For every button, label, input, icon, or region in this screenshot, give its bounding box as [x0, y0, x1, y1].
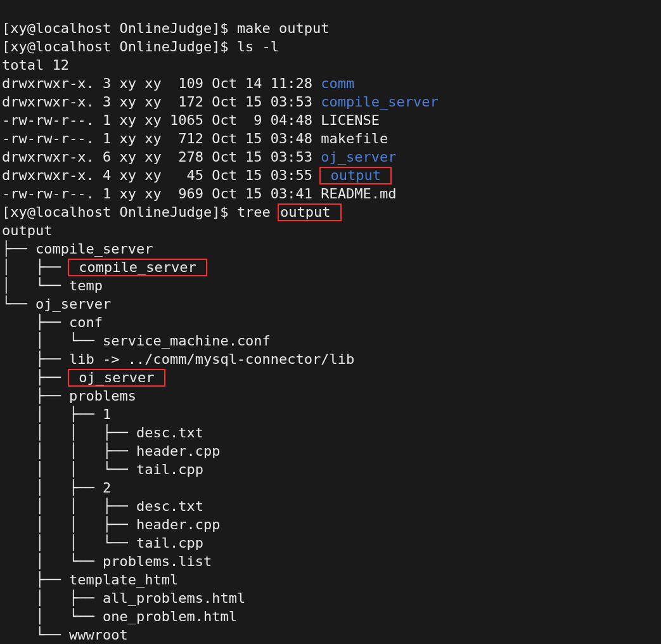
ls-total: total 12 — [2, 57, 69, 73]
tree-line: ├── — [2, 388, 69, 404]
tree-line: │ │ ├── — [2, 443, 136, 459]
tree-oj-server-bin: oj_server — [68, 369, 165, 387]
prompt-2: [xy@localhost OnlineJudge]$ — [2, 39, 237, 55]
tree-line: │ └── — [2, 553, 103, 569]
prompt-1: [xy@localhost OnlineJudge]$ — [2, 20, 237, 36]
tree-problem-1: 1 — [103, 406, 111, 422]
tree-line: │ │ ├── — [2, 498, 136, 514]
tree-conf: conf — [69, 314, 103, 330]
tree-wwwroot: wwwroot — [69, 627, 128, 643]
tree-line: │ └── — [2, 609, 103, 624]
tree-line: │ │ ├── — [2, 425, 136, 441]
tree-p1-tail: tail.cpp — [136, 461, 203, 477]
ls-name-comm: comm — [321, 75, 354, 91]
ls-name-compile-server: compile_server — [321, 94, 438, 110]
ls-name-readme: README.md — [321, 186, 396, 202]
tree-line: └── — [2, 627, 69, 643]
tree-line: │ │ ├── — [2, 517, 136, 532]
tree-line: │ │ └── — [2, 461, 136, 477]
tree-all-problems-html: all_problems.html — [103, 590, 245, 606]
tree-line: ├── — [2, 241, 35, 257]
tree-line: │ └── — [2, 278, 69, 293]
tree-line: │ └── — [2, 333, 103, 349]
tree-p2-tail: tail.cpp — [136, 535, 203, 551]
tree-line: │ ├── — [2, 406, 103, 422]
tree-compile-server-bin: compile_server — [68, 259, 207, 276]
tree-service-machine-conf: service_machine.conf — [103, 333, 271, 349]
tree-line: │ ├── — [2, 590, 103, 606]
tree-lib-symlink: lib -> ../comm/mysql-connector/lib — [69, 351, 354, 367]
ls-name-output: output — [319, 167, 392, 184]
tree-line: ├── — [2, 314, 69, 330]
ls-name-oj-server: oj_server — [321, 149, 396, 165]
tree-template-html: template_html — [69, 572, 178, 588]
ls-name-makefile: makefile — [321, 131, 388, 146]
ls-row: -rw-rw-r--. — [2, 131, 94, 146]
tree-p1-header: header.cpp — [136, 443, 220, 459]
cmd-make-output: make output — [237, 20, 330, 36]
tree-problems-list: problems.list — [103, 553, 212, 569]
cmd-ls-l: ls -l — [237, 39, 279, 55]
tree-line: ├── — [2, 572, 69, 588]
ls-row: drwxrwxr-x. — [2, 149, 94, 165]
ls-row: drwxrwxr-x. — [2, 94, 94, 110]
tree-line: │ ├── — [2, 259, 69, 275]
tree-line: │ │ └── — [2, 535, 136, 551]
ls-row: drwxrwxr-x. — [2, 75, 94, 91]
tree-root: output — [2, 222, 52, 238]
tree-oj-server-dir: oj_server — [35, 296, 111, 312]
tree-temp: temp — [69, 278, 103, 293]
tree-line: ├── — [2, 370, 69, 385]
tree-p2-header: header.cpp — [136, 517, 220, 532]
cmd-tree-a: tree — [237, 204, 279, 220]
ls-row: drwxrwxr-x. — [2, 167, 94, 183]
terminal[interactable]: [xy@localhost OnlineJudge]$ make output … — [0, 0, 661, 644]
tree-one-problem-html: one_problem.html — [103, 609, 237, 624]
tree-problems: problems — [69, 388, 136, 404]
tree-p2-desc: desc.txt — [136, 498, 203, 514]
tree-problem-2: 2 — [103, 480, 111, 496]
tree-line: │ ├── — [2, 480, 103, 496]
prompt-3: [xy@localhost OnlineJudge]$ — [2, 204, 237, 220]
tree-line: ├── — [2, 351, 69, 367]
ls-row: -rw-rw-r--. — [2, 186, 94, 202]
ls-name-license: LICENSE — [321, 112, 380, 128]
tree-line: └── — [2, 296, 35, 312]
ls-row: -rw-rw-r--. — [2, 112, 94, 128]
tree-compile-server-dir: compile_server — [35, 241, 153, 257]
cmd-tree-arg-output: output — [278, 203, 342, 221]
tree-p1-desc: desc.txt — [136, 425, 203, 441]
